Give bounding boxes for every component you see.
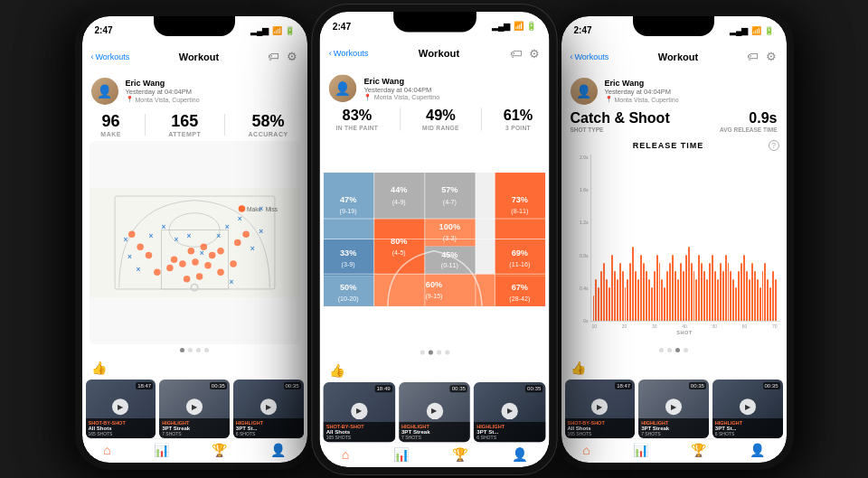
y-label-2: 1.6s bbox=[580, 187, 588, 192]
video-2-1[interactable]: ▶ 18:49 SHOT-BY-SHOT All Shots 165 SHOTS bbox=[323, 382, 394, 442]
chart-nav-2[interactable]: 📊 bbox=[392, 446, 408, 461]
back-button-1[interactable]: ‹ Workouts bbox=[91, 52, 130, 61]
profile-section-2: 👤 Eric Wang Yesterday at 04:04PM 📍 Monta… bbox=[319, 70, 549, 106]
status-time-1: 2:47 bbox=[95, 25, 113, 35]
phones-container: 2:47 ▂▄▆ 📶 🔋 ‹ Workouts Workout 🏷 bbox=[0, 0, 868, 478]
phone-1-inner: 2:47 ▂▄▆ 📶 🔋 ‹ Workouts Workout 🏷 bbox=[82, 16, 307, 463]
battery-icon-3: 🔋 bbox=[764, 26, 774, 35]
count-1-2: 7 SHOTS bbox=[162, 431, 227, 436]
nav-title-1: Workout bbox=[179, 52, 219, 62]
bar-53 bbox=[732, 279, 734, 321]
label-3-1: SHOT-BY-SHOT All Shots 165 SHOTS bbox=[565, 418, 636, 438]
svg-point-12 bbox=[170, 256, 176, 262]
stat-div-1 bbox=[145, 114, 146, 136]
status-icons-3: ▂▄▆ 📶 🔋 bbox=[730, 26, 773, 35]
bar-26 bbox=[661, 279, 663, 321]
label-3-3: HIGHLIGHT 3PT St... 6 SHOTS bbox=[712, 418, 783, 438]
avatar-2: 👤 bbox=[328, 74, 356, 102]
signal-icon-2: ▂▄▆ bbox=[491, 22, 510, 31]
person-nav-1[interactable]: 👤 bbox=[270, 443, 286, 457]
bar-23 bbox=[654, 271, 656, 321]
trophy-nav-1[interactable]: 🏆 bbox=[212, 443, 227, 457]
trophy-nav-2[interactable]: 🏆 bbox=[452, 446, 467, 461]
bar-65 bbox=[764, 263, 766, 321]
video-1-2[interactable]: ▶ 00:35 HIGHLIGHT 3PT Streak 7 SHOTS bbox=[159, 380, 230, 438]
bar-59 bbox=[749, 279, 750, 321]
like-button-3[interactable]: 👍 bbox=[571, 361, 586, 375]
back-label-1: Workouts bbox=[96, 52, 130, 61]
svg-text:×: × bbox=[127, 252, 132, 261]
bar-55 bbox=[738, 271, 740, 321]
home-nav-3[interactable]: ⌂ bbox=[582, 443, 590, 457]
svg-text:45%: 45% bbox=[441, 249, 458, 258]
svg-text:(11-16): (11-16) bbox=[509, 261, 530, 268]
bar-1 bbox=[595, 279, 597, 321]
notch-3 bbox=[633, 16, 714, 36]
svg-rect-52 bbox=[495, 173, 545, 239]
x-label-30: 30 bbox=[652, 323, 657, 329]
like-button-2[interactable]: 👍 bbox=[328, 362, 344, 377]
home-nav-2[interactable]: ⌂ bbox=[341, 446, 349, 461]
chart-nav-3[interactable]: 📊 bbox=[633, 443, 648, 457]
svg-text:(9-15): (9-15) bbox=[425, 292, 442, 299]
svg-text:×: × bbox=[186, 230, 191, 239]
location-pin-2: 📍 bbox=[363, 93, 372, 100]
video-2-3[interactable]: ▶ 00:35 HIGHLIGHT 3PT St... 6 SHOTS bbox=[474, 382, 545, 442]
type-2-2: HIGHLIGHT bbox=[401, 424, 467, 429]
gear-icon-1[interactable]: ⚙ bbox=[287, 50, 297, 63]
wifi-icon-1: 📶 bbox=[272, 26, 282, 35]
x-label-50: 50 bbox=[712, 323, 717, 329]
stat-accuracy-1: 58% ACCURACY bbox=[249, 112, 288, 137]
tag-icon-2[interactable]: 🏷 bbox=[509, 46, 521, 60]
count-2-2: 7 SHOTS bbox=[401, 435, 467, 440]
like-button-1[interactable]: 👍 bbox=[91, 361, 107, 375]
tag-icon-3[interactable]: 🏷 bbox=[747, 50, 759, 63]
bar-13 bbox=[627, 279, 628, 321]
video-2-2[interactable]: ▶ 00:35 HIGHLIGHT 3PT Streak 7 SHOTS bbox=[398, 382, 469, 442]
battery-icon-2: 🔋 bbox=[525, 22, 535, 31]
bar-29 bbox=[669, 263, 671, 321]
signal-icon-3: ▂▄▆ bbox=[730, 26, 748, 35]
stat-attempt-1: 165 ATTEMPT bbox=[168, 112, 201, 137]
svg-rect-0 bbox=[90, 187, 300, 297]
pct-stats-2: 83% IN THE PAINT 49% MID RANGE 61% 3 POI… bbox=[319, 106, 549, 133]
person-nav-3[interactable]: 👤 bbox=[750, 443, 765, 457]
bar-67 bbox=[769, 287, 771, 320]
chart-nav-1[interactable]: 📊 bbox=[154, 443, 169, 457]
video-1-3[interactable]: ▶ 00:35 HIGHLIGHT 3PT St... 6 SHOTS bbox=[233, 380, 304, 438]
bar-0 bbox=[593, 295, 595, 320]
svg-text:44%: 44% bbox=[391, 185, 407, 194]
shot-zones-2: 47% (9-19) 44% (4-9) 57% (4-7) 73% (8- bbox=[323, 132, 545, 346]
location-pin-1: 📍 bbox=[126, 96, 134, 103]
cs-right: 0.9s AVG RELEASE TIME bbox=[720, 110, 777, 133]
gear-icon-3[interactable]: ⚙ bbox=[766, 50, 777, 63]
gear-icon-2[interactable]: ⚙ bbox=[529, 46, 540, 60]
y-label-3: 1.2s bbox=[580, 220, 588, 225]
play-icon-2-1: ▶ bbox=[351, 402, 367, 418]
bar-43 bbox=[706, 279, 708, 321]
tag-icon-1[interactable]: 🏷 bbox=[268, 50, 279, 63]
pct-div-1 bbox=[400, 108, 401, 130]
video-3-3[interactable]: ▶ 00:35 HIGHLIGHT 3PT St... 6 SHOTS bbox=[712, 380, 783, 438]
y-label-4: 0.8s bbox=[580, 253, 588, 258]
trophy-nav-3[interactable]: 🏆 bbox=[691, 443, 706, 457]
person-nav-2[interactable]: 👤 bbox=[511, 446, 526, 461]
info-icon[interactable]: ? bbox=[769, 140, 779, 151]
back-button-3[interactable]: ‹ Workouts bbox=[571, 52, 609, 61]
bar-16 bbox=[635, 271, 637, 321]
video-1-1[interactable]: ▶ 18:47 SHOT-BY-SHOT All Shots 165 SHOTS bbox=[86, 380, 156, 438]
svg-text:(28-42): (28-42) bbox=[509, 295, 530, 302]
release-title-text: RELEASE TIME bbox=[569, 141, 769, 150]
dot-1-1 bbox=[180, 348, 184, 352]
svg-point-16 bbox=[217, 248, 223, 254]
pct-3pt-label-2: 3 POINT bbox=[503, 124, 533, 130]
back-button-2[interactable]: ‹ Workouts bbox=[328, 48, 368, 57]
play-icon-3-2: ▶ bbox=[665, 398, 682, 415]
svg-point-18 bbox=[137, 243, 143, 249]
video-3-1[interactable]: ▶ 18:47 SHOT-BY-SHOT All Shots 165 SHOTS bbox=[565, 380, 636, 438]
back-chevron-1: ‹ bbox=[91, 52, 94, 61]
bar-18 bbox=[640, 255, 642, 321]
home-nav-1[interactable]: ⌂ bbox=[103, 443, 110, 457]
video-3-2[interactable]: ▶ 00:35 HIGHLIGHT 3PT Streak 7 SHOTS bbox=[638, 380, 709, 438]
x-label-40: 40 bbox=[682, 323, 687, 329]
